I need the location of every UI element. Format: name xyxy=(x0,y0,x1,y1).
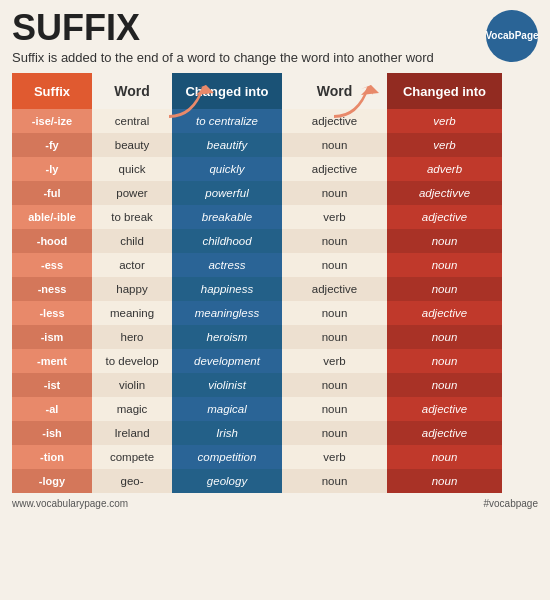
footer-right: #vocabpage xyxy=(484,498,539,509)
word2-cell: noun xyxy=(282,253,387,277)
changed2-cell: adjective xyxy=(387,301,502,325)
suffix-cell: -ly xyxy=(12,157,92,181)
suffix-cell: -tion xyxy=(12,445,92,469)
word2-cell: adjective xyxy=(282,109,387,133)
suffix-cell: -ism xyxy=(12,325,92,349)
word1-cell: geo- xyxy=(92,469,172,493)
suffix-cell: -fy xyxy=(12,133,92,157)
changed2-cell: adjective xyxy=(387,205,502,229)
suffix-table: Suffix -ise/-ize-fy-ly-fulable/-ible-hoo… xyxy=(12,73,538,493)
changed1-cell: competition xyxy=(172,445,282,469)
word2-cell: noun xyxy=(282,133,387,157)
header-word1: Word xyxy=(92,73,172,109)
word1-cell: meaning xyxy=(92,301,172,325)
changed2-cell: adjectivve xyxy=(387,181,502,205)
word1-cell: violin xyxy=(92,373,172,397)
word1-cell: hero xyxy=(92,325,172,349)
word1-cell: to develop xyxy=(92,349,172,373)
word1-cell: quick xyxy=(92,157,172,181)
word2-cell: noun xyxy=(282,181,387,205)
suffix-cell: -ful xyxy=(12,181,92,205)
changed2-cell: noun xyxy=(387,253,502,277)
word2-cell: adjective xyxy=(282,277,387,301)
word1-cell: child xyxy=(92,229,172,253)
word2-cell: verb xyxy=(282,445,387,469)
word1-cell: to break xyxy=(92,205,172,229)
word2-cell: noun xyxy=(282,397,387,421)
changed2-cell: noun xyxy=(387,469,502,493)
changed1-cell: magical xyxy=(172,397,282,421)
col-changed2: Changed into verbverbadverbadjectivveadj… xyxy=(387,73,502,493)
word2-cell: noun xyxy=(282,325,387,349)
changed2-cell: verb xyxy=(387,109,502,133)
changed2-cell: noun xyxy=(387,325,502,349)
changed2-cell: adjective xyxy=(387,421,502,445)
suffix-cell: -logy xyxy=(12,469,92,493)
changed1-cell: childhood xyxy=(172,229,282,253)
main-container: VocabPage SUFFIX Suffix is added to the … xyxy=(0,0,550,600)
word1-cell: magic xyxy=(92,397,172,421)
header-changed2: Changed into xyxy=(387,73,502,109)
changed2-cell: noun xyxy=(387,373,502,397)
changed1-cell: violinist xyxy=(172,373,282,397)
word2-cell: adjective xyxy=(282,157,387,181)
changed2-cell: adverb xyxy=(387,157,502,181)
suffix-cell: -ness xyxy=(12,277,92,301)
changed2-cell: noun xyxy=(387,349,502,373)
changed2-cell: verb xyxy=(387,133,502,157)
changed1-cell: happiness xyxy=(172,277,282,301)
footer-left: www.vocabularypage.com xyxy=(12,498,128,509)
suffix-cell: able/-ible xyxy=(12,205,92,229)
changed1-cell: breakable xyxy=(172,205,282,229)
changed1-cell: geology xyxy=(172,469,282,493)
badge-text: VocabPage xyxy=(485,30,538,42)
word1-cell: beauty xyxy=(92,133,172,157)
word2-cell: noun xyxy=(282,301,387,325)
changed2-cell: noun xyxy=(387,229,502,253)
changed1-cell: powerful xyxy=(172,181,282,205)
changed1-cell: actress xyxy=(172,253,282,277)
changed2-cell: noun xyxy=(387,277,502,301)
changed1-cell: meaningless xyxy=(172,301,282,325)
col-word1: Word centralbeautyquickpowerto breakchil… xyxy=(92,73,172,493)
suffix-cell: -ish xyxy=(12,421,92,445)
vocab-badge: VocabPage xyxy=(486,10,538,62)
subtitle: Suffix is added to the end of a word to … xyxy=(12,50,538,65)
word2-cell: noun xyxy=(282,229,387,253)
title: SUFFIX xyxy=(12,10,538,46)
suffix-cell: -ist xyxy=(12,373,92,397)
changed2-cell: adjective xyxy=(387,397,502,421)
suffix-cell: -al xyxy=(12,397,92,421)
suffix-cell: -less xyxy=(12,301,92,325)
col-suffix: Suffix -ise/-ize-fy-ly-fulable/-ible-hoo… xyxy=(12,73,92,493)
changed1-cell: heroism xyxy=(172,325,282,349)
word1-cell: power xyxy=(92,181,172,205)
suffix-cell: -hood xyxy=(12,229,92,253)
col-word2: Word adjectivenounadjectivenounverbnounn… xyxy=(282,73,387,493)
header-suffix: Suffix xyxy=(12,73,92,109)
word2-cell: verb xyxy=(282,205,387,229)
changed1-cell: development xyxy=(172,349,282,373)
word2-cell: noun xyxy=(282,469,387,493)
suffix-cell: -ise/-ize xyxy=(12,109,92,133)
word2-cell: noun xyxy=(282,421,387,445)
changed1-cell: to centralize xyxy=(172,109,282,133)
footer: www.vocabularypage.com #vocabpage xyxy=(12,493,538,509)
col-changed1: Changed into to centralizebeautifyquickl… xyxy=(172,73,282,493)
word1-cell: compete xyxy=(92,445,172,469)
changed1-cell: Irish xyxy=(172,421,282,445)
changed1-cell: quickly xyxy=(172,157,282,181)
word1-cell: happy xyxy=(92,277,172,301)
suffix-cell: -ment xyxy=(12,349,92,373)
changed1-cell: beautify xyxy=(172,133,282,157)
word1-cell: Ireland xyxy=(92,421,172,445)
suffix-cell: -ess xyxy=(12,253,92,277)
word2-cell: noun xyxy=(282,373,387,397)
word1-cell: actor xyxy=(92,253,172,277)
header-word2: Word xyxy=(282,73,387,109)
word1-cell: central xyxy=(92,109,172,133)
changed2-cell: noun xyxy=(387,445,502,469)
header-changed1: Changed into xyxy=(172,73,282,109)
word2-cell: verb xyxy=(282,349,387,373)
